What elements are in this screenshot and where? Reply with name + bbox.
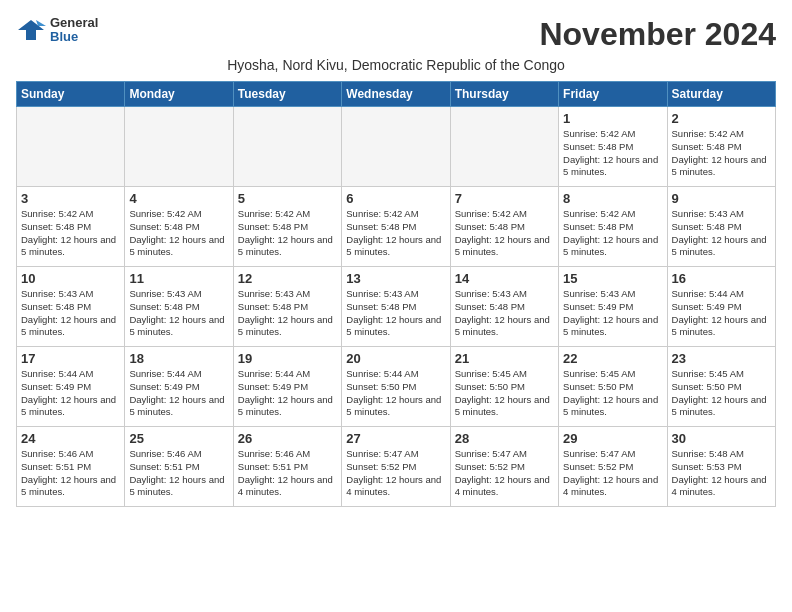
calendar-cell: 14Sunrise: 5:43 AM Sunset: 5:48 PM Dayli…	[450, 267, 558, 347]
day-number: 2	[672, 111, 771, 126]
day-number: 27	[346, 431, 445, 446]
calendar-cell: 15Sunrise: 5:43 AM Sunset: 5:49 PM Dayli…	[559, 267, 667, 347]
day-info: Sunrise: 5:48 AM Sunset: 5:53 PM Dayligh…	[672, 448, 771, 499]
day-number: 29	[563, 431, 662, 446]
day-info: Sunrise: 5:42 AM Sunset: 5:48 PM Dayligh…	[563, 128, 662, 179]
day-info: Sunrise: 5:47 AM Sunset: 5:52 PM Dayligh…	[346, 448, 445, 499]
day-number: 11	[129, 271, 228, 286]
day-number: 13	[346, 271, 445, 286]
day-info: Sunrise: 5:43 AM Sunset: 5:48 PM Dayligh…	[346, 288, 445, 339]
calendar-cell: 10Sunrise: 5:43 AM Sunset: 5:48 PM Dayli…	[17, 267, 125, 347]
day-info: Sunrise: 5:45 AM Sunset: 5:50 PM Dayligh…	[672, 368, 771, 419]
calendar-cell: 13Sunrise: 5:43 AM Sunset: 5:48 PM Dayli…	[342, 267, 450, 347]
day-number: 19	[238, 351, 337, 366]
day-info: Sunrise: 5:42 AM Sunset: 5:48 PM Dayligh…	[129, 208, 228, 259]
day-number: 30	[672, 431, 771, 446]
day-info: Sunrise: 5:45 AM Sunset: 5:50 PM Dayligh…	[563, 368, 662, 419]
calendar-cell	[450, 107, 558, 187]
weekday-header: Wednesday	[342, 82, 450, 107]
day-info: Sunrise: 5:42 AM Sunset: 5:48 PM Dayligh…	[455, 208, 554, 259]
calendar-cell: 3Sunrise: 5:42 AM Sunset: 5:48 PM Daylig…	[17, 187, 125, 267]
day-number: 16	[672, 271, 771, 286]
day-number: 10	[21, 271, 120, 286]
calendar-table: SundayMondayTuesdayWednesdayThursdayFrid…	[16, 81, 776, 507]
calendar-cell: 2Sunrise: 5:42 AM Sunset: 5:48 PM Daylig…	[667, 107, 775, 187]
calendar-cell: 19Sunrise: 5:44 AM Sunset: 5:49 PM Dayli…	[233, 347, 341, 427]
calendar-cell: 18Sunrise: 5:44 AM Sunset: 5:49 PM Dayli…	[125, 347, 233, 427]
day-info: Sunrise: 5:46 AM Sunset: 5:51 PM Dayligh…	[21, 448, 120, 499]
day-number: 3	[21, 191, 120, 206]
day-info: Sunrise: 5:44 AM Sunset: 5:49 PM Dayligh…	[129, 368, 228, 419]
calendar-week-row: 17Sunrise: 5:44 AM Sunset: 5:49 PM Dayli…	[17, 347, 776, 427]
calendar-cell: 22Sunrise: 5:45 AM Sunset: 5:50 PM Dayli…	[559, 347, 667, 427]
logo: General Blue	[16, 16, 98, 45]
day-info: Sunrise: 5:43 AM Sunset: 5:48 PM Dayligh…	[672, 208, 771, 259]
calendar-cell: 16Sunrise: 5:44 AM Sunset: 5:49 PM Dayli…	[667, 267, 775, 347]
day-info: Sunrise: 5:42 AM Sunset: 5:48 PM Dayligh…	[238, 208, 337, 259]
subtitle: Hyosha, Nord Kivu, Democratic Republic o…	[16, 57, 776, 73]
calendar-cell: 29Sunrise: 5:47 AM Sunset: 5:52 PM Dayli…	[559, 427, 667, 507]
day-number: 17	[21, 351, 120, 366]
day-number: 25	[129, 431, 228, 446]
day-info: Sunrise: 5:47 AM Sunset: 5:52 PM Dayligh…	[563, 448, 662, 499]
page-header: General Blue November 2024	[16, 16, 776, 53]
calendar-week-row: 10Sunrise: 5:43 AM Sunset: 5:48 PM Dayli…	[17, 267, 776, 347]
calendar-week-row: 24Sunrise: 5:46 AM Sunset: 5:51 PM Dayli…	[17, 427, 776, 507]
weekday-header: Saturday	[667, 82, 775, 107]
weekday-header: Thursday	[450, 82, 558, 107]
weekday-header: Tuesday	[233, 82, 341, 107]
calendar-cell	[17, 107, 125, 187]
calendar-header-row: SundayMondayTuesdayWednesdayThursdayFrid…	[17, 82, 776, 107]
day-number: 7	[455, 191, 554, 206]
day-number: 24	[21, 431, 120, 446]
day-info: Sunrise: 5:42 AM Sunset: 5:48 PM Dayligh…	[21, 208, 120, 259]
calendar-cell: 12Sunrise: 5:43 AM Sunset: 5:48 PM Dayli…	[233, 267, 341, 347]
day-number: 9	[672, 191, 771, 206]
day-info: Sunrise: 5:42 AM Sunset: 5:48 PM Dayligh…	[672, 128, 771, 179]
calendar-cell: 20Sunrise: 5:44 AM Sunset: 5:50 PM Dayli…	[342, 347, 450, 427]
calendar-cell: 9Sunrise: 5:43 AM Sunset: 5:48 PM Daylig…	[667, 187, 775, 267]
logo-text: General Blue	[50, 16, 98, 45]
calendar-cell: 5Sunrise: 5:42 AM Sunset: 5:48 PM Daylig…	[233, 187, 341, 267]
calendar-cell: 24Sunrise: 5:46 AM Sunset: 5:51 PM Dayli…	[17, 427, 125, 507]
weekday-header: Sunday	[17, 82, 125, 107]
day-info: Sunrise: 5:42 AM Sunset: 5:48 PM Dayligh…	[346, 208, 445, 259]
calendar-cell: 7Sunrise: 5:42 AM Sunset: 5:48 PM Daylig…	[450, 187, 558, 267]
day-number: 15	[563, 271, 662, 286]
calendar-cell	[233, 107, 341, 187]
calendar-week-row: 1Sunrise: 5:42 AM Sunset: 5:48 PM Daylig…	[17, 107, 776, 187]
day-number: 20	[346, 351, 445, 366]
day-number: 23	[672, 351, 771, 366]
day-info: Sunrise: 5:44 AM Sunset: 5:49 PM Dayligh…	[238, 368, 337, 419]
day-info: Sunrise: 5:46 AM Sunset: 5:51 PM Dayligh…	[238, 448, 337, 499]
calendar-cell	[125, 107, 233, 187]
day-info: Sunrise: 5:43 AM Sunset: 5:48 PM Dayligh…	[238, 288, 337, 339]
calendar-cell: 8Sunrise: 5:42 AM Sunset: 5:48 PM Daylig…	[559, 187, 667, 267]
day-number: 1	[563, 111, 662, 126]
weekday-header: Monday	[125, 82, 233, 107]
day-number: 22	[563, 351, 662, 366]
calendar-cell: 4Sunrise: 5:42 AM Sunset: 5:48 PM Daylig…	[125, 187, 233, 267]
day-info: Sunrise: 5:42 AM Sunset: 5:48 PM Dayligh…	[563, 208, 662, 259]
calendar-cell: 23Sunrise: 5:45 AM Sunset: 5:50 PM Dayli…	[667, 347, 775, 427]
calendar-cell: 27Sunrise: 5:47 AM Sunset: 5:52 PM Dayli…	[342, 427, 450, 507]
day-info: Sunrise: 5:44 AM Sunset: 5:49 PM Dayligh…	[672, 288, 771, 339]
day-number: 4	[129, 191, 228, 206]
calendar-body: 1Sunrise: 5:42 AM Sunset: 5:48 PM Daylig…	[17, 107, 776, 507]
calendar-cell: 11Sunrise: 5:43 AM Sunset: 5:48 PM Dayli…	[125, 267, 233, 347]
month-title: November 2024	[539, 16, 776, 53]
calendar-cell: 1Sunrise: 5:42 AM Sunset: 5:48 PM Daylig…	[559, 107, 667, 187]
day-number: 6	[346, 191, 445, 206]
calendar-cell: 17Sunrise: 5:44 AM Sunset: 5:49 PM Dayli…	[17, 347, 125, 427]
day-number: 12	[238, 271, 337, 286]
day-info: Sunrise: 5:43 AM Sunset: 5:48 PM Dayligh…	[21, 288, 120, 339]
day-info: Sunrise: 5:44 AM Sunset: 5:49 PM Dayligh…	[21, 368, 120, 419]
day-number: 8	[563, 191, 662, 206]
day-info: Sunrise: 5:43 AM Sunset: 5:49 PM Dayligh…	[563, 288, 662, 339]
day-number: 18	[129, 351, 228, 366]
day-info: Sunrise: 5:43 AM Sunset: 5:48 PM Dayligh…	[455, 288, 554, 339]
logo-icon	[16, 16, 46, 44]
calendar-cell: 28Sunrise: 5:47 AM Sunset: 5:52 PM Dayli…	[450, 427, 558, 507]
day-info: Sunrise: 5:44 AM Sunset: 5:50 PM Dayligh…	[346, 368, 445, 419]
day-number: 14	[455, 271, 554, 286]
